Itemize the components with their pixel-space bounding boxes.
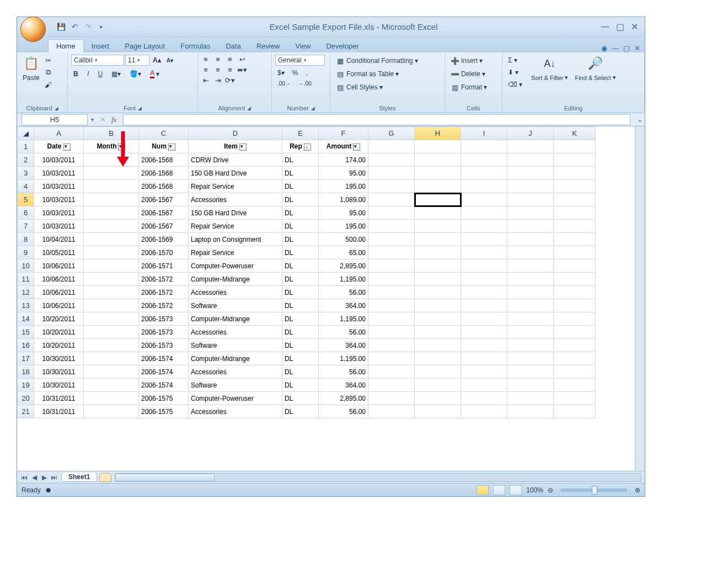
- cell-D14[interactable]: Computer-Midrange: [189, 312, 282, 326]
- zoom-level[interactable]: 100%: [526, 486, 543, 494]
- cell-F17[interactable]: 1,195.00: [319, 352, 368, 365]
- cell-H20[interactable]: [415, 392, 461, 405]
- cell-G19[interactable]: [368, 379, 415, 392]
- percent-icon[interactable]: %: [290, 68, 301, 77]
- cell-H11[interactable]: [415, 273, 461, 286]
- cell-C8[interactable]: 2006-1569: [139, 233, 189, 246]
- cell-E6[interactable]: DL: [282, 206, 319, 220]
- row-header-7[interactable]: 7: [18, 220, 34, 233]
- filter-icon-C[interactable]: [168, 144, 175, 151]
- cell-E18[interactable]: DL: [282, 365, 319, 379]
- cell-F10[interactable]: 2,895.00: [319, 259, 368, 273]
- sheet-nav-next-icon[interactable]: ▶: [39, 474, 49, 481]
- cell-B4[interactable]: [84, 180, 139, 193]
- cell-K11[interactable]: [554, 273, 596, 286]
- cell-A10[interactable]: 10/06/2011: [34, 259, 84, 273]
- cell-G14[interactable]: [368, 312, 415, 326]
- page-layout-view-button[interactable]: [493, 485, 505, 495]
- cell-K15[interactable]: [554, 326, 596, 339]
- cell-G16[interactable]: [368, 339, 415, 352]
- cell-D17[interactable]: Computer-Midrange: [189, 352, 282, 365]
- cell-K9[interactable]: [554, 246, 596, 259]
- tab-data[interactable]: Data: [218, 40, 248, 52]
- font-color-icon[interactable]: A▾: [148, 68, 162, 79]
- cell-F13[interactable]: 364.00: [319, 299, 368, 312]
- cell-H14[interactable]: [415, 312, 461, 326]
- cell-F11[interactable]: 1,195.00: [319, 273, 368, 286]
- cell-I15[interactable]: [461, 326, 507, 339]
- cell-I13[interactable]: [461, 299, 507, 312]
- cell-I7[interactable]: [461, 220, 507, 233]
- cell-K8[interactable]: [554, 233, 596, 246]
- office-button[interactable]: [20, 17, 46, 42]
- sheet-tab-sheet1[interactable]: Sheet1: [61, 472, 97, 482]
- cell-F16[interactable]: 364.00: [319, 339, 368, 352]
- cell-B15[interactable]: [84, 326, 139, 339]
- cell-F2[interactable]: 174.00: [319, 153, 368, 167]
- cell-J5[interactable]: [507, 193, 554, 206]
- cell-I6[interactable]: [461, 206, 507, 220]
- cell-E14[interactable]: DL: [282, 312, 319, 326]
- cell-K13[interactable]: [554, 299, 596, 312]
- zoom-in-button[interactable]: ⊕: [635, 486, 640, 494]
- expand-formula-bar-icon[interactable]: ⌄: [635, 115, 645, 124]
- cell-F8[interactable]: 500.00: [319, 233, 368, 246]
- cell-H1[interactable]: [415, 140, 461, 153]
- cell-E9[interactable]: DL: [282, 246, 319, 259]
- row-header-6[interactable]: 6: [18, 206, 34, 220]
- cell-H21[interactable]: [415, 405, 461, 418]
- cell-E13[interactable]: DL: [282, 299, 319, 312]
- col-header-F[interactable]: F: [319, 127, 368, 140]
- cell-A5[interactable]: 10/03/2011: [34, 193, 84, 206]
- cell-J8[interactable]: [507, 233, 554, 246]
- cell-J11[interactable]: [507, 273, 554, 286]
- cell-G3[interactable]: [368, 167, 415, 180]
- row-header-19[interactable]: 19: [18, 379, 34, 392]
- col-header-D[interactable]: D: [189, 127, 282, 140]
- cell-H18[interactable]: [415, 365, 461, 379]
- cell-I21[interactable]: [461, 405, 507, 418]
- cell-B11[interactable]: [84, 273, 139, 286]
- cell-D12[interactable]: Accessories: [189, 286, 282, 299]
- cell-G10[interactable]: [368, 259, 415, 273]
- cell-D20[interactable]: Computer-Poweruser: [189, 392, 282, 405]
- tab-view[interactable]: View: [288, 40, 319, 52]
- cell-E15[interactable]: DL: [282, 326, 319, 339]
- cell-H5[interactable]: [415, 193, 461, 206]
- cell-B21[interactable]: [84, 405, 139, 418]
- cell-E2[interactable]: DL: [282, 153, 319, 167]
- cell-F21[interactable]: 56.00: [319, 405, 368, 418]
- cell-E16[interactable]: DL: [282, 339, 319, 352]
- cell-J14[interactable]: [507, 312, 554, 326]
- cell-E19[interactable]: DL: [282, 379, 319, 392]
- normal-view-button[interactable]: [477, 485, 489, 495]
- cell-H10[interactable]: [415, 259, 461, 273]
- cell-F5[interactable]: 1,089.00: [319, 193, 368, 206]
- cell-A19[interactable]: 10/30/2011: [34, 379, 84, 392]
- cell-H3[interactable]: [415, 167, 461, 180]
- row-header-1[interactable]: 1: [18, 140, 34, 153]
- filter-icon-A[interactable]: [63, 144, 71, 151]
- tab-insert[interactable]: Insert: [84, 40, 117, 52]
- cell-I10[interactable]: [461, 259, 507, 273]
- cell-F18[interactable]: 56.00: [319, 365, 368, 379]
- cell-I2[interactable]: [461, 153, 507, 167]
- cancel-formula-icon[interactable]: ✕: [97, 115, 108, 124]
- insert-cells-button[interactable]: ➕Insert ▾: [448, 56, 485, 66]
- minimize-button[interactable]: —: [601, 22, 609, 32]
- align-left-icon[interactable]: ≡: [201, 65, 210, 74]
- cell-I8[interactable]: [461, 233, 507, 246]
- cell-G17[interactable]: [368, 352, 415, 365]
- paste-icon[interactable]: 📋: [22, 55, 40, 72]
- number-launcher-icon[interactable]: ◢: [311, 105, 315, 111]
- font-name-combo[interactable]: Calibri▾: [71, 55, 124, 66]
- cell-J19[interactable]: [507, 379, 554, 392]
- sheet-nav-prev-icon[interactable]: ◀: [29, 474, 39, 481]
- cell-C17[interactable]: 2006-1574: [139, 352, 189, 365]
- cell-I4[interactable]: [461, 180, 507, 193]
- copy-icon[interactable]: ⧉: [44, 68, 53, 77]
- cell-G6[interactable]: [368, 206, 415, 220]
- find-select-button[interactable]: Find & Select ▾: [572, 73, 618, 82]
- cell-E12[interactable]: DL: [282, 286, 319, 299]
- cell-A20[interactable]: 10/31/2011: [34, 392, 84, 405]
